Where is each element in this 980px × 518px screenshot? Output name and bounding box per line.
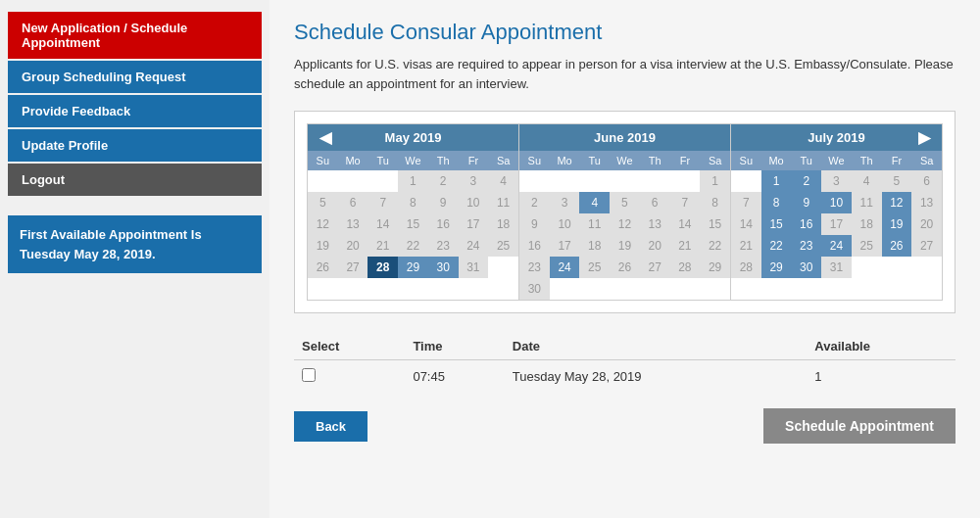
calendar-day: 20 [338,235,368,257]
calendar-day[interactable]: 19 [882,213,912,235]
page-description: Applicants for U.S. visas are required t… [294,55,956,93]
empty-cell [852,257,882,278]
calendar-day: 14 [731,213,761,235]
day-header: Fr [459,151,489,170]
calendar-day[interactable]: 12 [882,192,912,213]
calendar-day: 11 [852,192,882,213]
calendar-day[interactable]: 9 [791,192,821,213]
day-header: Su [308,151,338,170]
empty-cell [670,170,701,192]
calendar-day: 20 [640,235,670,257]
empty-cell [308,170,338,192]
empty-cell [579,170,610,192]
calendar-day: 20 [911,213,942,235]
calendar-day: 15 [700,213,730,235]
calendar-day[interactable]: 23 [791,235,821,257]
sidebar-item-logout[interactable]: Logout [8,164,262,196]
calendar-day: 25 [579,257,610,278]
empty-cell [610,170,640,192]
back-button[interactable]: Back [294,411,368,442]
sidebar-item-group-scheduling[interactable]: Group Scheduling Request [8,61,262,93]
day-header: Su [519,151,550,170]
calendar-day[interactable]: 22 [761,235,792,257]
calendar-day: 2 [428,170,459,192]
day-header: Th [428,151,459,170]
calendar-day: 3 [459,170,489,192]
prev-month-nav[interactable]: ◀ [312,128,339,147]
calendar-day[interactable]: 28 [368,257,398,278]
row-checkbox[interactable] [302,368,316,382]
calendar-day: 21 [368,235,398,257]
schedule-appointment-button[interactable]: Schedule Appointment [763,408,956,444]
calendar-day: 15 [398,213,428,235]
calendar-day[interactable]: 24 [550,257,580,278]
table-row: 07:45 Tuesday May 28, 2019 1 [294,360,956,394]
calendar-day[interactable]: 30 [428,257,459,278]
calendar-day: 21 [731,235,761,257]
calendar-day: 23 [428,235,459,257]
empty-cell [368,170,398,192]
calendar-day: 11 [579,213,610,235]
select-cell[interactable] [294,360,405,394]
calendar-day[interactable]: 24 [821,235,852,257]
calendar-day: 12 [308,213,338,235]
sidebar-item-update-profile[interactable]: Update Profile [8,129,262,162]
appointment-table: Select Time Date Available 07:45 Tuesday… [294,333,956,393]
empty-cell [338,170,368,192]
col-select: Select [294,333,405,360]
empty-cell [488,257,518,278]
day-header: Su [731,151,761,170]
day-header: Fr [882,151,912,170]
sidebar-item-new-application[interactable]: New Application / Schedule Appointment [8,12,262,59]
calendar-day: 31 [821,257,852,278]
day-header: Tu [368,151,398,170]
empty-cell [519,170,550,192]
calendar-container: ◀May 2019SuMoTuWeThFrSa12345678910111213… [294,111,956,313]
calendar-day[interactable]: 4 [579,192,610,213]
empty-cell [640,278,670,300]
main-content: Schedule Consular Appointment Applicants… [270,0,980,518]
calendar-day[interactable]: 16 [791,213,821,235]
calendar-day: 5 [308,192,338,213]
calendar-day: 8 [398,192,428,213]
page-title: Schedule Consular Appointment [294,20,956,45]
calendar-day[interactable]: 1 [761,170,792,192]
col-date: Date [505,333,808,360]
calendar-day: 18 [579,235,610,257]
calendar-day: 13 [911,192,942,213]
next-month-nav[interactable]: ▶ [910,128,938,147]
calendar-day: 5 [882,170,912,192]
calendar-day: 19 [610,235,640,257]
calendar-day: 12 [610,213,640,235]
empty-cell [610,278,640,300]
calendar-day[interactable]: 30 [791,257,821,278]
calendar-day: 18 [488,213,518,235]
calendar-day: 9 [519,213,550,235]
calendar-day: 27 [338,257,368,278]
empty-cell [670,278,701,300]
calendar-day[interactable]: 29 [761,257,792,278]
calendar-day: 3 [821,170,852,192]
day-header: Tu [579,151,610,170]
calendar-day[interactable]: 2 [791,170,821,192]
calendar-day: 17 [550,235,580,257]
calendar-day: 7 [731,192,761,213]
calendar-day: 4 [488,170,518,192]
calendar-day: 13 [338,213,368,235]
calendar-day[interactable]: 15 [761,213,792,235]
day-header: Mo [550,151,580,170]
calendar-day[interactable]: 10 [821,192,852,213]
day-header: Tu [791,151,821,170]
calendar-day[interactable]: 26 [882,235,912,257]
calendar-day: 27 [911,235,942,257]
available-cell: 1 [807,360,956,394]
calendar-day[interactable]: 8 [761,192,792,213]
calendar-day: 25 [488,235,518,257]
empty-cell [550,170,580,192]
calendar-day[interactable]: 29 [398,257,428,278]
sidebar-item-provide-feedback[interactable]: Provide Feedback [8,95,262,127]
date-cell: Tuesday May 28, 2019 [505,360,808,394]
calendar-month-label: July 2019 [808,130,865,145]
calendar-day: 9 [428,192,459,213]
calendar-day: 26 [610,257,640,278]
